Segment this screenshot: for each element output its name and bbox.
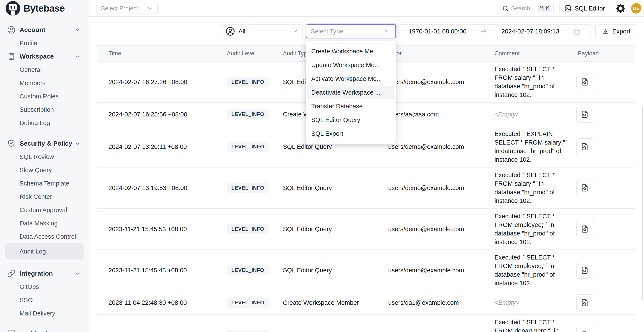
- sidebar-item-label: Debug Log: [20, 120, 50, 127]
- project-select[interactable]: Select Project: [96, 2, 158, 14]
- chevron-down-icon: [291, 28, 298, 35]
- brand-name: Bytebase: [24, 3, 65, 14]
- type-menu-item[interactable]: Activate Workspace Me...: [307, 72, 394, 86]
- cell-time: 2024-02-07 13:20:11 +08:00: [97, 143, 226, 150]
- view-payload-button[interactable]: [576, 106, 593, 123]
- export-button[interactable]: Export: [595, 24, 637, 38]
- view-payload-button[interactable]: [576, 74, 593, 90]
- sidebar-item-audit-log[interactable]: Audit Log: [5, 243, 84, 260]
- chevron-down-icon: [74, 140, 81, 147]
- sidebar-item-label: Data Masking: [20, 220, 58, 227]
- type-menu-item[interactable]: Update Workspace Me...: [307, 58, 394, 72]
- sidebar-item-archived[interactable]: Archived: [5, 327, 84, 332]
- cell-audit-level: LEVEL_INFO: [226, 265, 282, 275]
- column-header-time: Time: [97, 50, 226, 57]
- cell-actor: users/demo@example.com: [387, 226, 492, 233]
- cell-audit-level: LEVEL_INFO: [226, 224, 282, 234]
- sidebar-item-label: Account: [20, 26, 45, 33]
- table-row: 2023-11-21 15:45:53 +08:00 LEVEL_INFO SQ…: [97, 209, 636, 250]
- file-search-icon: [580, 142, 589, 151]
- cell-payload: [574, 106, 636, 123]
- cell-audit-level: LEVEL_INFO: [226, 109, 282, 120]
- table-row: 2023-11-21 15:45:43 +08:00 LEVEL_INFO SQ…: [97, 250, 636, 291]
- calendar-icon: [573, 27, 581, 35]
- sidebar-item-account[interactable]: Account: [5, 23, 84, 36]
- view-payload-button[interactable]: [576, 138, 593, 155]
- sidebar-item-profile[interactable]: Profile: [5, 36, 84, 50]
- view-payload-button[interactable]: [576, 294, 593, 311]
- sidebar-item-label: Mail Delivery: [20, 310, 55, 317]
- view-payload-button[interactable]: [576, 221, 593, 237]
- cell-payload: [574, 179, 636, 196]
- sidebar-item-label: Security & Policy: [20, 140, 72, 147]
- sidebar-item-debug-log[interactable]: Debug Log: [5, 116, 84, 130]
- search-input[interactable]: Search ⌘ K: [498, 3, 554, 14]
- sql-editor-button[interactable]: SQL Editor: [559, 3, 610, 14]
- cell-audit-type: SQL Editor Query: [282, 267, 387, 274]
- sidebar-item-security-policy[interactable]: Security & Policy: [5, 137, 84, 150]
- avatar[interactable]: DE: [631, 3, 642, 13]
- scrollbar-thumb[interactable]: [642, 107, 643, 300]
- cell-time: 2023-11-04 22:48:30 +08:00: [97, 299, 226, 306]
- export-label: Export: [612, 28, 630, 35]
- date-from[interactable]: 1970-01-01 08:00:00: [408, 28, 466, 35]
- settings-gear-icon[interactable]: [616, 3, 626, 13]
- column-header-actor: Actor: [387, 50, 492, 57]
- arrow-right-icon: [480, 28, 488, 35]
- file-search-icon: [580, 225, 589, 233]
- sidebar: Bytebase Account Profile Workspace Gener…: [0, 0, 89, 332]
- search-placeholder: Search: [511, 5, 536, 12]
- sidebar-item-label: SSO: [20, 297, 33, 304]
- type-menu-item[interactable]: Transfer Database: [307, 99, 394, 113]
- type-menu-item[interactable]: SQL Export: [307, 127, 394, 141]
- level-badge: LEVEL_INFO: [227, 142, 269, 152]
- view-payload-button[interactable]: [576, 262, 593, 279]
- type-menu-item[interactable]: Create Workspace Me...: [307, 44, 394, 58]
- sidebar-item-slow-query[interactable]: Slow Query: [5, 164, 84, 177]
- app-root: Bytebase Account Profile Workspace Gener…: [0, 0, 644, 332]
- audit-log-page: All Select Type 1970-01-01 08:00:00 2024…: [89, 17, 644, 332]
- type-filter-select[interactable]: Select Type: [306, 24, 396, 38]
- level-badge: LEVEL_INFO: [227, 109, 269, 120]
- cell-audit-level: LEVEL_INFO: [226, 330, 282, 332]
- cell-time: 2024-02-07 16:27:26 +08:00: [97, 78, 226, 86]
- search-icon: [502, 5, 509, 12]
- sidebar-item-workspace[interactable]: Workspace: [5, 50, 84, 63]
- sidebar-item-mail-delivery[interactable]: Mail Delivery: [5, 307, 84, 320]
- type-menu-item[interactable]: Deactivate Workspace ...: [307, 86, 394, 99]
- sidebar-item-gitops[interactable]: GitOps: [5, 280, 84, 293]
- actor-filter-select[interactable]: All: [221, 24, 303, 38]
- chevron-down-icon: [384, 28, 391, 35]
- topbar: Select Project Search ⌘ K SQL Editor: [89, 0, 644, 17]
- sidebar-item-data-masking[interactable]: Data Masking: [5, 217, 84, 230]
- date-range-picker[interactable]: 1970-01-01 08:00:00 2024-02-07 18:09:13: [398, 24, 591, 38]
- archive-icon: [7, 330, 16, 332]
- sidebar-item-sql-review[interactable]: SQL Review: [5, 150, 84, 164]
- type-menu-item[interactable]: SQL Editor Query: [307, 113, 394, 127]
- sidebar-item-risk-center[interactable]: Risk Center: [5, 190, 84, 203]
- sidebar-item-label: SQL Review: [20, 153, 54, 161]
- sidebar-item-label: GitOps: [20, 283, 39, 290]
- cell-audit-type: SQL Editor Query: [282, 184, 387, 191]
- sidebar-item-label: Members: [20, 80, 46, 87]
- sidebar-item-integration[interactable]: Integration: [5, 267, 84, 280]
- sidebar-item-data-access-control[interactable]: Data Access Control: [5, 230, 84, 243]
- cell-time: 2023-11-21 15:45:43 +08:00: [97, 267, 226, 274]
- brand-logo[interactable]: Bytebase: [0, 0, 89, 17]
- date-to[interactable]: 2024-02-07 18:09:13: [501, 28, 559, 35]
- sidebar-item-general[interactable]: General: [5, 63, 84, 76]
- sidebar-item-subscription[interactable]: Subscription: [5, 103, 84, 116]
- project-select-placeholder: Select Project: [101, 5, 147, 12]
- type-filter-placeholder: Select Type: [311, 28, 384, 35]
- sidebar-item-custom-approval[interactable]: Custom Approval: [5, 203, 84, 217]
- sidebar-item-custom-roles[interactable]: Custom Roles: [5, 90, 84, 103]
- cell-time: 2023-11-21 15:45:53 +08:00: [97, 226, 226, 233]
- sidebar-item-sso[interactable]: SSO: [5, 293, 84, 307]
- view-payload-button[interactable]: [576, 179, 593, 196]
- building-icon: [7, 52, 16, 60]
- sidebar-item-members[interactable]: Members: [5, 76, 84, 90]
- view-payload-button[interactable]: [576, 327, 593, 332]
- level-badge: LEVEL_INFO: [227, 330, 269, 332]
- cell-audit-level: LEVEL_INFO: [226, 77, 282, 87]
- sidebar-item-schema-template[interactable]: Schema Template: [5, 177, 84, 190]
